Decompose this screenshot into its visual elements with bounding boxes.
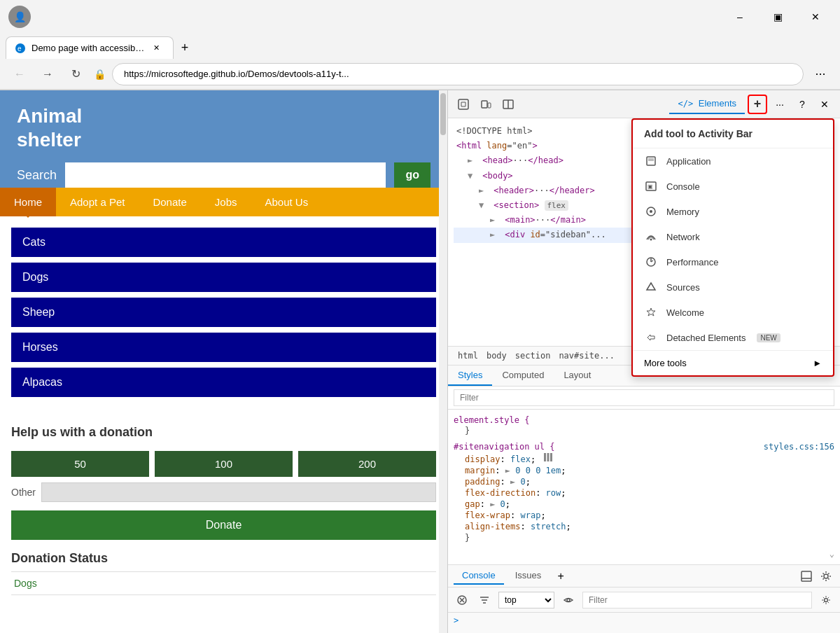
new-badge: NEW: [757, 333, 780, 342]
css-flex-direction: flex-direction: row;: [454, 487, 834, 499]
devtools-close-button[interactable]: ✕: [815, 95, 834, 114]
search-input[interactable]: [65, 162, 386, 188]
application-icon: [644, 154, 658, 168]
forward-button[interactable]: →: [36, 63, 59, 85]
style-filter: [448, 387, 840, 410]
console-dock-button[interactable]: [798, 568, 815, 585]
tab-console[interactable]: Console: [454, 567, 504, 585]
close-window-button[interactable]: ✕: [799, 6, 832, 28]
donate-button[interactable]: Donate: [11, 510, 436, 540]
list-item[interactable]: Cats: [11, 228, 436, 257]
console-filter-input[interactable]: [582, 592, 812, 608]
style-filter-input[interactable]: [454, 389, 834, 406]
nav-adopt[interactable]: Adopt a Pet: [56, 188, 139, 216]
back-button[interactable]: ←: [8, 63, 31, 85]
title-bar: 👤 – ▣ ✕: [0, 0, 840, 34]
status-title: Donation Status: [11, 551, 436, 566]
css-selector: element.style {: [454, 415, 529, 425]
refresh-button[interactable]: ↻: [64, 63, 87, 85]
new-tab-button[interactable]: +: [174, 36, 196, 59]
devtools-toolbar: </> Elements + ··· ? ✕: [448, 90, 840, 118]
tab-issues[interactable]: Issues: [507, 567, 550, 585]
search-label: Search: [17, 168, 57, 183]
amount-200-button[interactable]: 200: [298, 451, 436, 477]
more-tools-item[interactable]: More tools ►: [633, 350, 833, 375]
site-navigation: Home Adopt a Pet Donate Jobs About Us: [0, 188, 447, 216]
console-context-select[interactable]: top: [498, 592, 554, 608]
breadcrumb-nav[interactable]: nav#site...: [554, 349, 618, 362]
devtools-help-button[interactable]: ?: [792, 95, 812, 114]
devtools-panel: </> Elements + ··· ? ✕ Add tool to Activ…: [448, 90, 840, 633]
welcome-icon: [644, 305, 658, 319]
add-console-tab-button[interactable]: +: [552, 568, 569, 585]
device-emulation-button[interactable]: [476, 95, 496, 114]
devtools-main: Add tool to Activity Bar Application ▣ C…: [448, 118, 840, 564]
svg-point-22: [824, 574, 828, 578]
devtools-more-button[interactable]: ···: [770, 95, 790, 114]
tab-close-button[interactable]: ✕: [150, 43, 162, 54]
console-settings-button[interactable]: [818, 568, 834, 585]
tool-memory[interactable]: Memory: [633, 199, 833, 224]
address-bar: ← → ↻ 🔒 ···: [0, 59, 840, 90]
tool-sources[interactable]: Sources: [633, 274, 833, 300]
svg-rect-19: [550, 453, 552, 461]
breadcrumb-body[interactable]: body: [482, 349, 511, 362]
more-tools-chevron-icon: ►: [813, 358, 822, 368]
console-eye-button[interactable]: [560, 592, 577, 608]
console-filter-toggle[interactable]: [476, 592, 493, 608]
maximize-button[interactable]: ▣: [762, 6, 794, 28]
svg-rect-4: [488, 103, 491, 108]
detached-elements-icon: [644, 331, 658, 345]
console-output: >: [448, 613, 840, 633]
inspect-element-button[interactable]: [454, 95, 473, 114]
breadcrumb-html[interactable]: html: [454, 349, 482, 362]
network-icon: [644, 230, 658, 244]
split-pane-button[interactable]: [498, 95, 518, 114]
tab-styles[interactable]: Styles: [448, 366, 492, 386]
search-go-button[interactable]: go: [394, 162, 430, 188]
list-item[interactable]: Dogs: [11, 263, 436, 292]
css-panel: element.style { } #sitenavigation ul { s…: [448, 410, 840, 564]
other-amount-input[interactable]: [41, 482, 436, 502]
breadcrumb-section[interactable]: section: [511, 349, 555, 362]
minimize-button[interactable]: –: [724, 6, 756, 28]
add-tool-button[interactable]: +: [748, 95, 767, 114]
browser-menu-button[interactable]: ···: [809, 63, 832, 85]
nav-home[interactable]: Home: [0, 188, 56, 216]
tool-application[interactable]: Application: [633, 148, 833, 174]
tab-computed[interactable]: Computed: [492, 366, 554, 386]
css-source-link[interactable]: styles.css:156: [764, 442, 834, 452]
add-tool-dropdown: Add tool to Activity Bar Application ▣ C…: [631, 118, 834, 377]
css-closing: }: [454, 532, 834, 543]
nav-jobs[interactable]: Jobs: [201, 188, 251, 216]
tab-layout[interactable]: Layout: [554, 366, 601, 386]
donation-title: Help us with a donation: [11, 425, 436, 440]
tool-detached-elements[interactable]: Detached Elements NEW: [633, 325, 833, 350]
list-item[interactable]: Sheep: [11, 298, 436, 327]
list-item[interactable]: Horses: [11, 333, 436, 362]
svg-text:e: e: [18, 45, 22, 53]
console-toolbar: top: [448, 587, 840, 613]
svg-rect-18: [547, 453, 550, 461]
address-input[interactable]: [112, 63, 804, 85]
tool-network-label: Network: [666, 232, 700, 242]
nav-donate[interactable]: Donate: [139, 188, 200, 216]
profile-avatar[interactable]: 👤: [8, 6, 31, 28]
amount-50-button[interactable]: 50: [11, 451, 149, 477]
main-area: Animal shelter Search go Home Adopt a Pe…: [0, 90, 840, 633]
nav-about[interactable]: About Us: [251, 188, 322, 216]
amount-100-button[interactable]: 100: [155, 451, 293, 477]
list-item[interactable]: Alpacas: [11, 368, 436, 397]
tool-welcome[interactable]: Welcome: [633, 300, 833, 325]
donation-status-section: Donation Status Dogs: [0, 551, 447, 606]
tab-elements[interactable]: </> Elements: [669, 94, 745, 114]
scroll-thumb[interactable]: [440, 93, 446, 135]
tool-console[interactable]: ▣ Console: [633, 174, 833, 199]
tool-network[interactable]: Network: [633, 224, 833, 249]
more-tools-label: More tools: [644, 358, 687, 368]
console-clear-button[interactable]: [454, 592, 470, 608]
console-gear-button[interactable]: [818, 592, 834, 608]
scroll-track[interactable]: [439, 90, 447, 633]
tool-performance[interactable]: Performance: [633, 249, 833, 274]
browser-tab[interactable]: e Demo page with accessibility issu... ✕: [6, 36, 174, 59]
